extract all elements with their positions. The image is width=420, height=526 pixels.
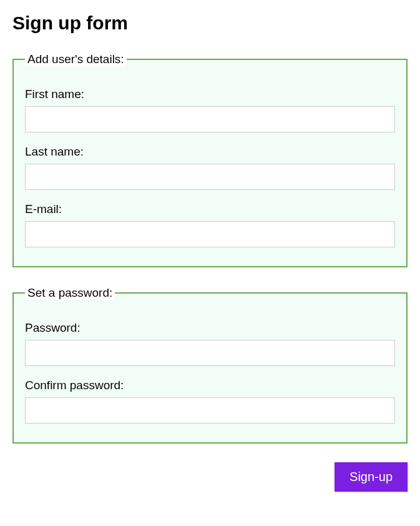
first-name-input[interactable] — [25, 106, 395, 132]
confirm-password-label: Confirm password: — [25, 379, 395, 392]
email-input[interactable] — [25, 221, 395, 247]
last-name-input[interactable] — [25, 164, 395, 190]
password-legend: Set a password: — [25, 286, 115, 300]
signup-button[interactable]: Sign-up — [335, 462, 408, 492]
email-field: E-mail: — [25, 202, 395, 247]
confirm-password-field: Confirm password: — [25, 379, 395, 424]
password-input[interactable] — [25, 340, 395, 366]
last-name-field: Last name: — [25, 145, 395, 190]
page-title: Sign up form — [12, 12, 408, 34]
signup-form: Add user's details: First name: Last nam… — [12, 52, 408, 492]
password-field: Password: — [25, 321, 395, 366]
user-details-fieldset: Add user's details: First name: Last nam… — [12, 52, 408, 267]
last-name-label: Last name: — [25, 145, 395, 159]
password-fieldset: Set a password: Password: Confirm passwo… — [12, 286, 408, 444]
first-name-field: First name: — [25, 87, 395, 132]
user-details-legend: Add user's details: — [25, 52, 127, 66]
confirm-password-input[interactable] — [25, 397, 395, 424]
email-label: E-mail: — [25, 202, 395, 216]
first-name-label: First name: — [25, 87, 395, 101]
password-label: Password: — [25, 321, 395, 335]
actions-row: Sign-up — [12, 462, 408, 492]
